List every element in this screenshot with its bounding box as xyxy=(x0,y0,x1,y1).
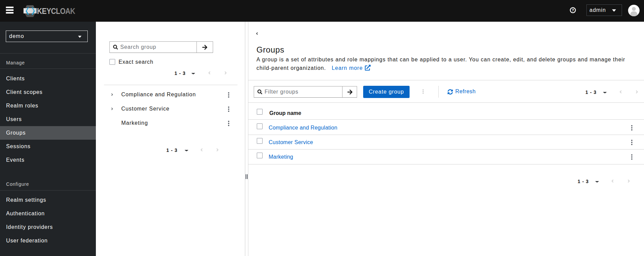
svg-text:KEYCLOAK: KEYCLOAK xyxy=(37,7,75,16)
svg-text:?: ? xyxy=(572,8,574,12)
